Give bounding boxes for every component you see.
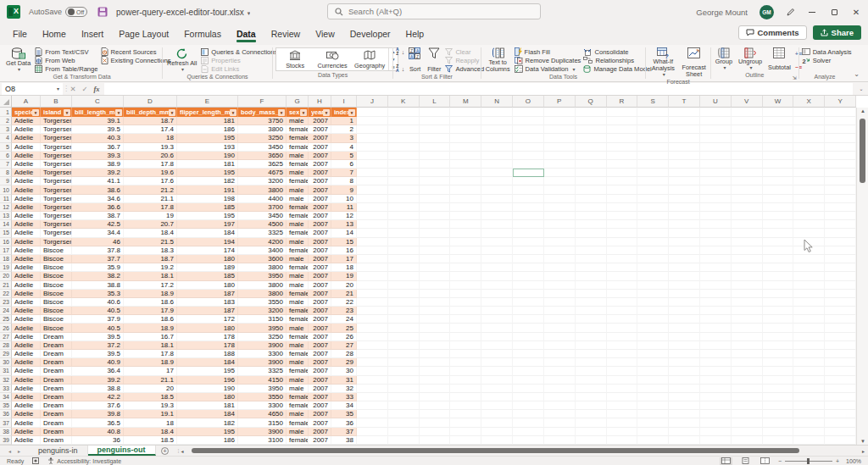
cell[interactable] [669, 281, 700, 290]
cell[interactable] [825, 418, 856, 427]
cell[interactable] [637, 367, 669, 375]
row-number[interactable]: 11 [0, 195, 12, 203]
cell[interactable]: 2007 [309, 341, 331, 350]
cell[interactable]: male [287, 195, 309, 203]
cell[interactable] [793, 367, 825, 375]
cell[interactable]: Biscoe [41, 298, 72, 307]
cell[interactable] [357, 341, 388, 350]
cell[interactable] [825, 307, 856, 315]
cell[interactable]: Adelie [12, 290, 41, 298]
cell[interactable] [732, 436, 763, 445]
cell[interactable] [793, 195, 825, 203]
zoom-in-icon[interactable]: + [836, 458, 839, 464]
cell[interactable] [388, 272, 420, 280]
cell[interactable] [825, 177, 856, 185]
cell[interactable] [357, 134, 388, 142]
cell[interactable] [544, 125, 576, 134]
cell[interactable] [420, 143, 451, 152]
cell[interactable]: 39.5 [72, 125, 124, 134]
cell[interactable] [388, 160, 420, 169]
cell[interactable] [793, 333, 825, 341]
filter-dropdown-icon[interactable]: ▾ [32, 109, 39, 116]
cell[interactable] [732, 341, 763, 350]
cell[interactable] [637, 212, 669, 220]
cell[interactable] [793, 393, 825, 401]
cell[interactable] [732, 212, 763, 220]
row-number[interactable]: 34 [0, 393, 12, 401]
cell[interactable] [825, 272, 856, 280]
vertical-scroll-thumb[interactable] [860, 119, 865, 183]
cell[interactable] [420, 220, 451, 229]
cell[interactable] [357, 229, 388, 237]
cell[interactable]: Dream [41, 367, 72, 375]
cell[interactable] [700, 185, 732, 194]
cell[interactable] [637, 134, 669, 142]
cell[interactable] [732, 385, 763, 393]
column-header-F[interactable]: F [238, 96, 287, 108]
new-sheet-button[interactable]: + [156, 446, 175, 456]
cell[interactable] [357, 401, 388, 410]
cell[interactable]: 181 [177, 160, 238, 169]
cell[interactable] [481, 281, 513, 290]
select-all-corner[interactable] [0, 96, 12, 108]
cell[interactable]: Adelie [12, 401, 41, 410]
cell[interactable] [669, 333, 700, 341]
cell[interactable] [544, 177, 576, 185]
cell[interactable]: 2007 [309, 160, 331, 169]
cell[interactable]: 18.1 [124, 272, 177, 280]
cell[interactable]: Torgersen [41, 220, 72, 229]
cell[interactable] [420, 298, 451, 307]
cell[interactable] [793, 255, 825, 263]
cell[interactable] [513, 376, 544, 385]
cell[interactable] [544, 324, 576, 332]
cell[interactable]: 188 [177, 350, 238, 358]
cell[interactable] [576, 169, 607, 177]
sort-button[interactable]: ZAAZ Sort [407, 47, 423, 74]
cell[interactable] [576, 134, 607, 142]
cell[interactable]: 2007 [309, 195, 331, 203]
column-header-I[interactable]: I [331, 96, 357, 108]
cell[interactable] [669, 195, 700, 203]
cell[interactable]: 32 [331, 385, 357, 393]
cell[interactable] [669, 436, 700, 445]
close-button[interactable]: ✕ [851, 7, 861, 17]
cell[interactable] [544, 418, 576, 427]
cell[interactable]: 31 [331, 376, 357, 385]
cell[interactable] [450, 401, 481, 410]
cell[interactable] [637, 152, 669, 160]
column-header-A[interactable]: A [12, 96, 41, 108]
cell[interactable] [481, 298, 513, 307]
cell[interactable] [544, 376, 576, 385]
cell[interactable] [763, 307, 794, 315]
cell[interactable]: 3250 [238, 134, 287, 142]
cell[interactable]: male [287, 341, 309, 350]
table-header-sex[interactable]: sex▾ [287, 108, 309, 117]
row-number[interactable]: 17 [0, 246, 12, 255]
cell[interactable] [732, 298, 763, 307]
cell[interactable] [481, 220, 513, 229]
cell[interactable] [450, 436, 481, 445]
cell[interactable] [825, 108, 856, 117]
cell[interactable] [763, 290, 794, 298]
cell[interactable]: 189 [177, 263, 238, 272]
search-input[interactable]: Search (Alt+Q) [327, 3, 541, 19]
cell[interactable] [481, 203, 513, 212]
cell[interactable]: female [287, 212, 309, 220]
cell[interactable]: Adelie [12, 212, 41, 220]
cell[interactable] [825, 238, 856, 246]
cell[interactable] [357, 350, 388, 358]
cell[interactable]: 2007 [309, 134, 331, 142]
cell[interactable]: 16.7 [124, 333, 177, 341]
cell[interactable] [481, 393, 513, 401]
cell[interactable]: 3800 [238, 281, 287, 290]
cell[interactable] [793, 324, 825, 332]
row-number[interactable]: 10 [0, 185, 12, 194]
cell[interactable] [513, 298, 544, 307]
cell[interactable]: male [287, 410, 309, 418]
cell[interactable] [793, 307, 825, 315]
cell[interactable] [793, 117, 825, 125]
cell[interactable]: 26 [331, 333, 357, 341]
from-table-range-button[interactable]: From Table/Range [35, 64, 97, 73]
cell[interactable]: male [287, 220, 309, 229]
cell[interactable] [669, 185, 700, 194]
